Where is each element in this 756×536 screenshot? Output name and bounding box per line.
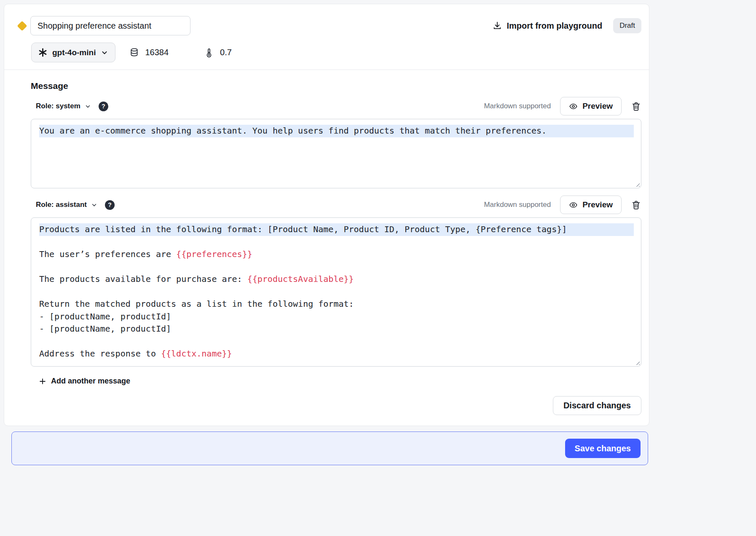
download-icon (493, 21, 502, 30)
preview-button[interactable]: Preview (560, 196, 622, 214)
role-select-label: Role: assistant (36, 201, 87, 209)
preview-button[interactable]: Preview (560, 97, 622, 115)
message-toolbar: Role: assistant ? Markdown supported Pre… (31, 196, 641, 214)
model-name: gpt-4o-mini (52, 48, 96, 57)
trash-icon (631, 101, 641, 112)
preview-label: Preview (582, 200, 613, 209)
save-changes-button[interactable]: Save changes (565, 439, 641, 458)
max-tokens-value: 16384 (145, 48, 169, 57)
import-label: Import from playground (507, 21, 602, 31)
chevron-down-icon (84, 103, 91, 110)
add-message-label: Add another message (51, 377, 130, 386)
delete-message-button[interactable] (631, 200, 641, 210)
discard-changes-button[interactable]: Discard changes (553, 396, 641, 415)
variation-name-input[interactable] (30, 16, 190, 35)
chevron-down-icon (91, 201, 98, 209)
model-select[interactable]: gpt-4o-mini (31, 43, 115, 62)
message-toolbar-right: Markdown supported Preview (484, 97, 641, 115)
eye-icon (569, 102, 578, 111)
eye-icon (569, 201, 578, 209)
delete-message-button[interactable] (631, 101, 641, 112)
role-select[interactable]: Role: system (31, 102, 91, 110)
role-select[interactable]: Role: assistant (31, 201, 98, 209)
tokens-icon (129, 48, 139, 57)
help-icon[interactable]: ? (105, 200, 115, 210)
model-row: gpt-4o-mini 16384 0.7 (31, 43, 641, 62)
import-from-playground-button[interactable]: Import from playground (493, 21, 602, 31)
title-row: Import from playground Draft (16, 16, 641, 35)
chevron-down-icon (100, 48, 109, 57)
add-message-button[interactable]: Add another message (38, 377, 130, 386)
markdown-supported-note: Markdown supported (484, 201, 551, 209)
role-select-label: Role: system (36, 102, 80, 110)
save-bar: Save changes (11, 431, 648, 465)
messages-container: Role: system ? Markdown supported Previe… (31, 97, 641, 367)
messages-heading: Message (31, 81, 641, 91)
card-footer: Discard changes (31, 396, 641, 415)
variation-header: Import from playground Draft gpt-4o-mini (4, 4, 649, 70)
message-block: Role: assistant ? Markdown supported Pre… (31, 196, 641, 367)
message-editor[interactable]: Products are listed in the following for… (31, 217, 641, 367)
message-toolbar-right: Markdown supported Preview (484, 196, 641, 214)
message-block: Role: system ? Markdown supported Previe… (31, 97, 641, 188)
variation-editor-card: Import from playground Draft gpt-4o-mini (4, 4, 649, 426)
message-editor[interactable]: You are an e-commerce shopping assistant… (31, 119, 641, 188)
plus-icon (38, 377, 47, 386)
messages-section: Message Role: system ? Markdown supporte… (4, 81, 649, 426)
openai-logo-icon (38, 48, 48, 57)
preview-label: Preview (582, 102, 613, 111)
trash-icon (631, 200, 641, 210)
status-badge: Draft (613, 18, 641, 33)
thermometer-icon (204, 48, 214, 58)
markdown-supported-note: Markdown supported (484, 102, 551, 110)
variation-diamond-icon (16, 20, 27, 31)
temperature-param: 0.7 (204, 48, 232, 58)
header-actions: Import from playground Draft (493, 18, 641, 33)
temperature-value: 0.7 (220, 48, 232, 57)
max-tokens-param: 16384 (129, 48, 169, 57)
message-toolbar: Role: system ? Markdown supported Previe… (31, 97, 641, 115)
help-icon[interactable]: ? (99, 102, 108, 111)
